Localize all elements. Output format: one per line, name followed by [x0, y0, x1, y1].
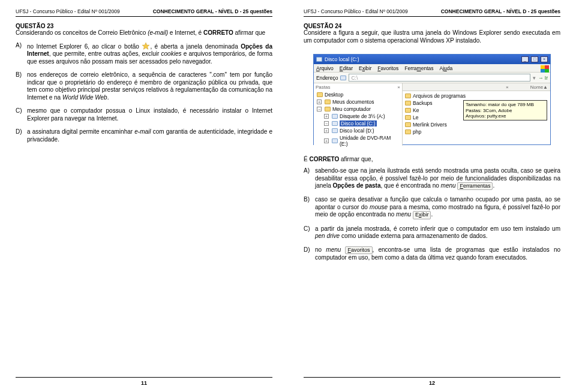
menu-arquivo[interactable]: Arquivo	[316, 64, 334, 72]
go-label: Ir	[545, 75, 548, 81]
q24-opt-a: A) sabendo-se que na janela ilustrada es…	[304, 167, 560, 190]
tree-item[interactable]: Desktop	[317, 91, 400, 98]
q24-title: QUESTÃO 24	[304, 23, 560, 29]
address-field[interactable]: C:\	[349, 74, 530, 82]
q23-opt-c: C) mesmo que o computador possua o Linux…	[16, 107, 272, 122]
explorer-window: Disco local (C:) _ □ × Arquivo Editar Ex…	[313, 54, 551, 145]
tree-item[interactable]: −Meu computador	[317, 105, 400, 113]
folder-icon	[405, 94, 411, 98]
q24-stem: Considere a figura a seguir, que ilustra…	[304, 29, 560, 44]
expand-icon[interactable]: +	[324, 138, 329, 143]
q24-prompt: É CORRETO afirmar que,	[304, 156, 560, 162]
q23-stem-bold: CORRETO	[203, 29, 233, 36]
explorer-addressbar: Endereço C:\ ▾ → Ir	[314, 73, 550, 83]
windows-flag-icon	[541, 65, 549, 73]
collapse-icon[interactable]: −	[324, 121, 329, 126]
tooltip-line: Tamanho: maior do que 789 MB	[466, 102, 545, 107]
list-item[interactable]: php	[405, 128, 548, 135]
q23-d-pre: a assinatura digital permite encaminhar	[27, 128, 134, 135]
q23-b-em: World Wide Web	[62, 94, 107, 101]
page-header: UFSJ - Concurso Público - Edital Nº 001/…	[16, 8, 272, 14]
expand-icon[interactable]: +	[324, 114, 329, 119]
menu-exibir-icon: Exibir	[413, 211, 431, 219]
drive-icon	[332, 128, 338, 133]
maximize-icon[interactable]: □	[531, 56, 538, 62]
q23-a-em: cookies	[161, 50, 182, 57]
col-nome[interactable]: Nome	[530, 83, 543, 91]
header-rule	[16, 16, 272, 17]
opt-text: a partir da janela mostrada, é correto i…	[315, 225, 560, 240]
page-number-left: 11	[16, 373, 272, 386]
q23-a-post1: , que permite, entre outras ações, exclu…	[49, 50, 161, 57]
favorites-star-icon	[142, 42, 150, 50]
menu-ajuda[interactable]: Ajuda	[439, 64, 452, 72]
q23-title: QUESTÃO 23	[16, 23, 272, 29]
page-left: UFSJ - Concurso Público - Edital Nº 001/…	[0, 0, 288, 392]
tree-item[interactable]: +Disquete de 3½ (A:)	[317, 113, 400, 120]
svg-marker-0	[143, 43, 150, 49]
folder-icon	[405, 108, 411, 113]
folder-icon	[317, 92, 323, 97]
menu-favoritos[interactable]: Favoritos	[377, 64, 398, 72]
menu-exibir[interactable]: Exibir	[359, 64, 371, 72]
column-header: ×Nome ▲	[403, 83, 550, 91]
q23-b-post: .	[107, 94, 109, 101]
opt-letter: B)	[16, 71, 24, 101]
tree-item[interactable]: +Meus documentos	[317, 98, 400, 105]
expand-icon[interactable]: +	[317, 99, 322, 104]
header-right: CONHECIMENTO GERAL - NÍVEL D - 25 questõ…	[153, 8, 272, 14]
computer-icon	[325, 107, 331, 111]
q24-opt-b: B) caso se queira desativar a função que…	[304, 196, 560, 219]
folder-icon	[405, 122, 411, 127]
list-item[interactable]: Merlink Drivers	[405, 121, 548, 128]
menu-favoritos-icon: Favoritos	[345, 246, 372, 254]
pane-title: Pastas ×	[316, 85, 400, 90]
explorer-titlebar: Disco local (C:) _ □ ×	[314, 55, 550, 64]
folder-tree: Desktop +Meus documentos −Meu computador…	[316, 91, 400, 147]
tree-item[interactable]: +Disco local (D:)	[317, 127, 400, 134]
dvd-icon	[332, 138, 338, 143]
opt-letter: A)	[16, 42, 24, 66]
q23-opt-b: B) nos endereços de correio eletrônico, …	[16, 71, 272, 101]
menu-ferramentas-icon: Ferramentas	[457, 182, 493, 190]
opt-text: caso se queira desativar a função que ca…	[315, 196, 560, 219]
tree-item[interactable]: +Unidade de DVD-RAM (E:)	[317, 134, 400, 147]
q23-stem-post: afirmar que	[233, 29, 265, 36]
opt-text: mesmo que o computador possua o Linux in…	[27, 107, 272, 122]
folder-icon	[405, 129, 411, 134]
header-right: CONHECIMENTO GERAL - NÍVEL D - 25 questõ…	[441, 8, 560, 14]
folder-icon	[405, 115, 411, 120]
page-right: UFSJ - Concurso Público - Edital Nº 001/…	[288, 0, 576, 392]
q23-a-mid: , é aberta a janela denominada	[150, 43, 241, 50]
list-item[interactable]: Arquivos de programas	[405, 92, 548, 99]
menu-ferramentas[interactable]: Ferramentas	[404, 64, 433, 72]
q23-opt-a: A) no Internet Explorer 6, ao clicar o b…	[16, 42, 272, 66]
explorer-title-text: Disco local (C:)	[325, 55, 359, 64]
drive-icon	[332, 121, 338, 126]
folder-icon	[405, 101, 411, 105]
page-num-value: 12	[429, 380, 435, 386]
opt-letter: C)	[16, 107, 24, 122]
opt-text: a assinatura digital permite encaminhar …	[27, 128, 272, 143]
go-button[interactable]: → Ir	[538, 75, 548, 81]
opt-text: no Internet Explorer 6, ao clicar o botã…	[27, 42, 272, 66]
menu-editar[interactable]: Editar	[340, 64, 353, 72]
address-label: Endereço	[316, 75, 338, 81]
explorer-menubar: Arquivo Editar Exibir Favoritos Ferramen…	[314, 64, 550, 73]
opt-text: sabendo-se que na janela ilustrada está …	[315, 167, 560, 190]
opt-text: nos endereços de correio eletrônico, a s…	[27, 71, 272, 101]
folder-tooltip: Tamanho: maior do que 789 MB Pastas: 3Co…	[463, 100, 547, 120]
close-icon[interactable]: ×	[541, 56, 548, 62]
explorer-tree-pane: Pastas × Desktop +Meus documentos −Meu c…	[314, 83, 403, 146]
header-left: UFSJ - Concurso Público - Edital Nº 001/…	[304, 8, 408, 14]
q23-stem: Considerando os conceitos de Correio Ele…	[16, 29, 272, 37]
page-number-right: 12	[304, 373, 560, 386]
opt-letter: D)	[16, 128, 24, 143]
q23-stem-em: (e-mail)	[148, 29, 168, 36]
expand-icon[interactable]: +	[324, 128, 329, 133]
dropdown-icon[interactable]: ▾	[533, 75, 536, 81]
tree-item-selected[interactable]: −Disco local (C:)	[317, 120, 400, 127]
q23-opt-d: D) a assinatura digital permite encaminh…	[16, 128, 272, 143]
minimize-icon[interactable]: _	[521, 56, 529, 62]
collapse-icon[interactable]: −	[317, 107, 322, 111]
